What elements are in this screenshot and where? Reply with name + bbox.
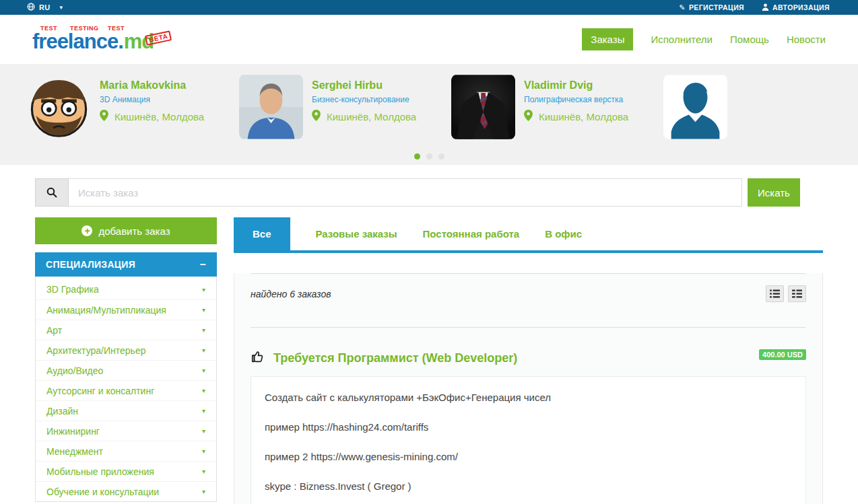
registration-link[interactable]: ✎ РЕГИСТРАЦИЯ [679, 3, 744, 11]
logo-dot: . [118, 30, 124, 54]
sidebar-item-autsorsing[interactable]: Аутсорсинг и консалтинг▾ [36, 380, 216, 400]
sidebar-item-label: Аутсорсинг и консалтинг [46, 386, 154, 396]
caret-down-icon: ▾ [202, 407, 205, 415]
sidebar: + добавить заказ СПЕЦИАЛИЗАЦИЯ – 3D Граф… [35, 217, 217, 502]
freelancer-card[interactable]: Maria Makovkina 3D Анимация Кишинёв, Мол… [27, 74, 204, 140]
main-content: Все Разовые заказы Постоянная работа В о… [234, 217, 823, 504]
sidebar-item-inzhiniring[interactable]: Инжиниринг▾ [36, 421, 216, 441]
thumbs-up-icon [251, 349, 265, 367]
orders-panel: найдено 6 заказов [234, 273, 823, 504]
nav-freelancers[interactable]: Исполнители [651, 34, 713, 45]
sidebar-item-dizain[interactable]: Дизайн▾ [36, 400, 216, 421]
sidebar-item-animacia[interactable]: Анимация/Мультипликация▾ [36, 299, 216, 320]
freelancer-name: Serghei Hirbu [312, 79, 416, 92]
carousel-dot[interactable] [438, 153, 444, 159]
sidebar-item-label: Мобильные приложения [46, 466, 154, 477]
list-view-button[interactable] [766, 285, 784, 302]
nav-orders[interactable]: Заказы [582, 28, 633, 50]
carousel-dots [0, 153, 858, 159]
freelancer-location: Кишинёв, Молдова [114, 111, 204, 122]
tab-one-time-orders[interactable]: Разовые заказы [316, 217, 397, 250]
freelancer-name: Vladimir Dvig [524, 79, 628, 92]
freelancer-specialty: Бизнес-консультирование [312, 95, 416, 104]
tab-all[interactable]: Все [234, 217, 290, 250]
specialization-title: СПЕЦИАЛИЗАЦИЯ [46, 259, 135, 270]
caret-down-icon: ▾ [202, 367, 205, 374]
job-description-line: пример 2 https://www.genesis-mining.com/ [265, 451, 792, 462]
nav-news[interactable]: Новости [787, 34, 826, 45]
freelancer-card[interactable]: Serghei Hirbu Бизнес-консультирование Ки… [239, 74, 416, 140]
site-logo[interactable]: freelance.md TEST TESTING TEST BETA [32, 30, 154, 54]
search-input[interactable] [69, 178, 742, 207]
sidebar-item-label: Обучение и консультации [46, 487, 159, 497]
results-count: найдено 6 заказов [251, 289, 331, 299]
sidebar-item-obuchenie[interactable]: Обучение и консультации▾ [36, 481, 216, 501]
authorization-link[interactable]: АВТОРИЗАЦИЯ [762, 3, 830, 12]
page: RU ▾ ✎ РЕГИСТРАЦИЯ АВТОРИЗАЦИЯ freelance… [0, 0, 858, 504]
caret-down-icon: ▾ [202, 286, 205, 293]
sidebar-item-3d-grafika[interactable]: 3D Графика▾ [36, 279, 216, 299]
top-bar: RU ▾ ✎ РЕГИСТРАЦИЯ АВТОРИЗАЦИЯ [0, 0, 858, 15]
registration-label: РЕГИСТРАЦИЯ [689, 3, 744, 11]
caret-down-icon: ▾ [202, 447, 205, 455]
authorization-label: АВТОРИЗАЦИЯ [772, 3, 830, 11]
location-pin-icon [100, 110, 108, 123]
order-tabs: Все Разовые заказы Постоянная работа В о… [234, 217, 823, 253]
location-pin-icon [524, 110, 533, 123]
price-badge: 400.00 USD [759, 349, 806, 360]
freelancer-card[interactable]: Vladimir Dvig Полиграфическая верстка Ки… [451, 74, 628, 140]
language-code: RU [39, 3, 51, 11]
nav-help[interactable]: Помощь [730, 34, 769, 45]
logo-text: freelance [32, 30, 118, 54]
grid-view-button[interactable] [788, 285, 806, 302]
tab-in-office[interactable]: В офис [545, 217, 582, 250]
caret-down-icon: ▾ [202, 347, 205, 354]
sidebar-item-mobilnye[interactable]: Мобильные приложения▾ [36, 461, 216, 481]
caret-down-icon: ▾ [202, 387, 205, 394]
search-icon [35, 178, 69, 207]
job-description-line: Создать сайт с калькуляторами +БэкОфис+Г… [265, 392, 792, 403]
plus-circle-icon: + [81, 225, 92, 236]
freelancer-location: Кишинёв, Молдова [327, 111, 416, 122]
list-view-icon [770, 289, 780, 298]
add-order-label: добавить заказ [98, 225, 170, 237]
test-stamp: TEST [40, 25, 57, 32]
cartoon-face-avatar [27, 74, 91, 140]
globe-icon [27, 1, 35, 13]
job-title-link[interactable]: Требуется Программист (Web Developer) [251, 349, 759, 367]
freelancer-specialty: Полиграфическая верстка [524, 95, 628, 104]
header: freelance.md TEST TESTING TEST BETA Зака… [0, 15, 858, 64]
male-silhouette-placeholder-avatar [663, 74, 727, 140]
sidebar-item-menedzhment[interactable]: Менеджмент▾ [36, 441, 216, 461]
location-pin-icon [312, 110, 321, 123]
specialization-list: 3D Графика▾ Анимация/Мультипликация▾ Арт… [35, 277, 217, 502]
sidebar-item-label: Архитектура/Интерьер [46, 345, 145, 356]
freelancer-card[interactable] [663, 74, 727, 140]
person-icon [762, 3, 769, 12]
test-stamp: TEST [108, 25, 125, 32]
carousel-dot[interactable] [414, 153, 420, 159]
divider [251, 327, 806, 328]
search-button[interactable]: Искать [748, 178, 800, 207]
caret-down-icon: ▾ [202, 468, 205, 475]
divider [251, 273, 806, 274]
language-selector[interactable]: RU ▾ [27, 1, 63, 13]
sidebar-item-label: Дизайн [46, 406, 78, 417]
caret-down-icon: ▾ [202, 326, 205, 334]
job-description-line: skype : Bizness.Invest ( Gregor ) [265, 480, 792, 492]
job-title: Требуется Программист (Web Developer) [273, 351, 517, 365]
job-description-line: пример https://hashing24.com/tariffs [265, 421, 792, 433]
testing-stamp: TESTING [70, 25, 99, 32]
freelancer-carousel: Maria Makovkina 3D Анимация Кишинёв, Мол… [0, 64, 858, 165]
sidebar-item-audio-video[interactable]: Аудио/Видео▾ [36, 360, 216, 380]
caret-down-icon: ▾ [60, 5, 63, 11]
carousel-dot[interactable] [426, 153, 432, 159]
add-order-button[interactable]: + добавить заказ [35, 217, 217, 244]
tab-permanent-work[interactable]: Постоянная работа [423, 217, 520, 250]
freelancer-name: Maria Makovkina [100, 79, 204, 92]
sidebar-item-arhitektura[interactable]: Архитектура/Интерьер▾ [36, 340, 216, 360]
pencil-icon: ✎ [679, 4, 686, 11]
sidebar-item-label: Инжиниринг [46, 426, 100, 437]
sidebar-item-art[interactable]: Арт▾ [36, 320, 216, 340]
specialization-header[interactable]: СПЕЦИАЛИЗАЦИЯ – [35, 252, 217, 277]
